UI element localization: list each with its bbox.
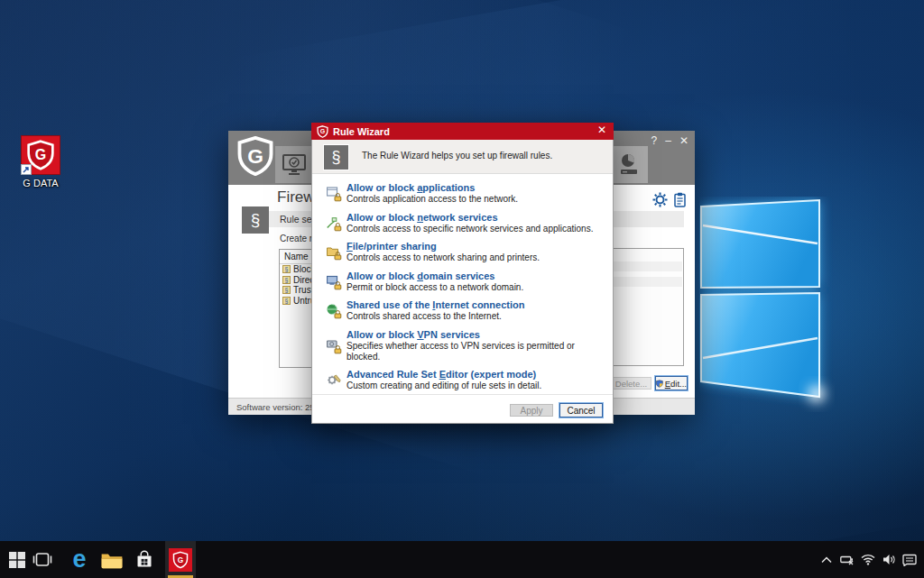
rule-set-icon: § (282, 265, 291, 273)
wizard-link: Allow or block domain services (346, 271, 523, 282)
wizard-item-desc: Custom creating and editing of rule sets… (346, 381, 541, 391)
dialog-titlebar[interactable]: G Rule Wizard ✕ (311, 123, 614, 140)
domain-monitor-lock-icon (327, 271, 342, 293)
report-clipboard-icon[interactable] (674, 192, 686, 207)
gdata-shield-icon: G (169, 548, 192, 572)
wizard-link: Shared use of the Internet connection (346, 299, 524, 311)
wizard-item-desc: Permit or block access to a network doma… (346, 282, 523, 293)
wizard-item-desc: Controls access to network sharing and p… (346, 252, 540, 263)
monitor-check-icon (280, 151, 309, 179)
hidden-icons-chevron[interactable] (819, 553, 834, 567)
shortcut-arrow-icon (21, 164, 32, 175)
svg-text:G: G (320, 128, 326, 134)
rule-set-icon: § (282, 276, 291, 284)
close-button[interactable]: ✕ (679, 133, 688, 148)
uac-shield-icon (656, 379, 663, 389)
wizard-link: File/printer sharing (346, 241, 540, 252)
windows-hero-logo (699, 197, 835, 413)
folder-icon (100, 550, 124, 570)
wizard-item-domain-services[interactable]: Allow or block domain services Permit or… (327, 271, 605, 293)
edge-button[interactable]: e (64, 541, 95, 578)
file-explorer-button[interactable] (97, 541, 127, 578)
wizard-item-vpn-services[interactable]: Allow or block VPN services Specifies wh… (327, 329, 605, 362)
rule-set-icon: § (282, 297, 291, 305)
gear-pencil-icon (327, 370, 342, 391)
task-view-icon (32, 552, 52, 568)
shortcut-label: G DATA (14, 178, 67, 188)
globe-lock-icon (327, 300, 342, 322)
wizard-item-desc: Specifies whether access to VPN services… (346, 341, 605, 362)
task-view-button[interactable] (27, 541, 58, 578)
wizard-item-file-printer-sharing[interactable]: File/printer sharing Controls access to … (327, 241, 605, 263)
help-button[interactable]: ? (651, 133, 658, 148)
taskbar: e G (0, 541, 924, 578)
dialog-intro-text: The Rule Wizard helps you set up firewal… (362, 151, 552, 161)
wizard-item-internet-connection[interactable]: Shared use of the Internet connection Co… (327, 299, 605, 322)
desktop-wallpaper: G G DATA ? – ✕ G (0, 0, 924, 578)
security-center-tile[interactable] (275, 146, 313, 183)
cancel-button[interactable]: Cancel (559, 403, 603, 417)
wizard-item-desc: Controls application access to the netwo… (346, 194, 518, 205)
store-bag-icon (134, 549, 155, 571)
wizard-item-desc: Controls access to specific network serv… (346, 224, 593, 234)
minimize-button[interactable]: – (665, 133, 671, 148)
gdata-taskbar-button[interactable]: G (165, 541, 196, 578)
edit-button[interactable]: Edit... (655, 376, 688, 390)
action-center-icon[interactable] (902, 553, 917, 567)
gdata-shield-icon: G (317, 125, 328, 138)
statistics-tile[interactable] (610, 146, 648, 183)
wizard-item-desc: Controls shared access to the Internet. (346, 311, 524, 322)
delete-button[interactable]: Delete... (611, 377, 651, 390)
apply-button[interactable]: Apply (510, 404, 553, 417)
settings-gear-icon[interactable] (652, 192, 668, 207)
folder-lock-icon (327, 242, 342, 263)
wizard-item-applications[interactable]: Allow or block applications Controls app… (327, 182, 605, 205)
store-button[interactable] (129, 541, 160, 578)
volume-icon[interactable] (882, 553, 896, 567)
edge-icon: e (72, 547, 86, 572)
wizard-link: Allow or block applications (346, 182, 518, 194)
windows-start-icon (9, 552, 25, 568)
rule-set-icon: § (282, 286, 291, 294)
wizard-link: Advanced Rule Set Editor (expert mode) (346, 369, 541, 381)
rule-sets-section-icon: § (242, 206, 269, 234)
vpn-lock-icon (327, 330, 342, 362)
wizard-item-advanced-editor[interactable]: Advanced Rule Set Editor (expert mode) C… (327, 369, 605, 391)
wizard-item-network-services[interactable]: Allow or block network services Controls… (327, 212, 605, 234)
paragraph-section-icon: § (323, 144, 349, 170)
svg-text:G: G (178, 556, 183, 564)
battery-icon[interactable] (840, 553, 855, 567)
wizard-link: Allow or block VPN services (346, 329, 605, 341)
network-cable-lock-icon (327, 213, 342, 234)
gdata-shield-icon: G (236, 136, 274, 176)
pie-chart-drive-icon (614, 151, 643, 179)
rule-wizard-dialog: G Rule Wizard ✕ § The Rule Wizard helps … (311, 123, 614, 424)
desktop-shortcut-gdata[interactable]: G G DATA (14, 135, 67, 188)
close-icon[interactable]: ✕ (597, 124, 606, 136)
dialog-header: § The Rule Wizard helps you set up firew… (312, 140, 613, 174)
svg-text:G: G (35, 147, 46, 162)
app-window-lock-icon (327, 183, 342, 205)
edit-label: dit... (670, 379, 687, 389)
svg-text:G: G (247, 144, 263, 168)
dialog-title: Rule Wizard (333, 126, 390, 137)
footer-separator (312, 394, 613, 395)
wifi-icon[interactable] (861, 553, 875, 567)
wizard-link: Allow or block network services (346, 212, 593, 224)
